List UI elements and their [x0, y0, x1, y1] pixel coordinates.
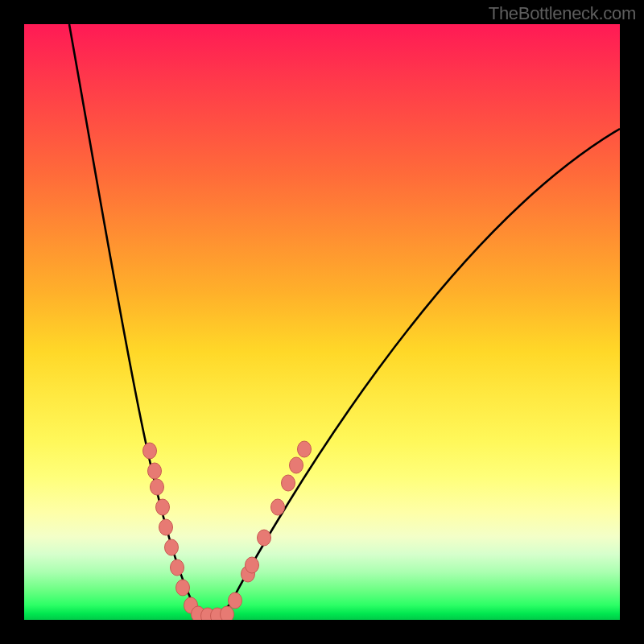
- data-marker: [143, 443, 157, 459]
- data-marker: [258, 530, 271, 546]
- data-marker: [171, 559, 184, 576]
- data-marker: [271, 499, 285, 515]
- data-marker: [290, 457, 303, 473]
- marker-group: [143, 441, 312, 620]
- bottleneck-curve: [69, 24, 620, 615]
- data-marker: [192, 606, 205, 620]
- data-marker: [229, 592, 242, 609]
- watermark-text: TheBottleneck.com: [489, 3, 636, 24]
- data-marker: [221, 606, 234, 620]
- data-marker: [201, 608, 215, 620]
- data-marker: [156, 499, 170, 515]
- chart-svg: [24, 24, 620, 620]
- data-marker: [246, 557, 259, 573]
- data-marker: [242, 566, 255, 582]
- data-marker: [159, 519, 173, 535]
- plot-area: [24, 24, 620, 620]
- data-marker: [184, 597, 198, 613]
- data-marker: [282, 475, 295, 491]
- data-marker: [298, 441, 312, 457]
- chart-frame: TheBottleneck.com: [0, 0, 644, 644]
- data-marker: [176, 580, 190, 596]
- data-marker: [165, 539, 179, 555]
- data-marker: [151, 479, 164, 495]
- data-marker: [211, 608, 225, 620]
- data-marker: [148, 463, 162, 479]
